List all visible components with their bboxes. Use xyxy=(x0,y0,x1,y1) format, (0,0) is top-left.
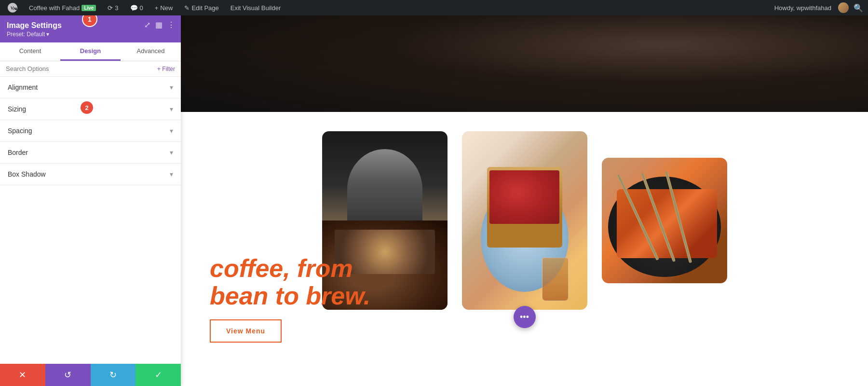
box-shadow-chevron-icon: ▾ xyxy=(170,170,173,178)
section-spacing-header[interactable]: Spacing ▾ xyxy=(0,120,181,141)
panel-tabs: Content Design Advanced xyxy=(0,42,181,61)
cancel-button[interactable]: ✕ xyxy=(0,364,45,386)
preset-chevron-icon: ▾ xyxy=(46,31,49,38)
skewer-food xyxy=(617,189,717,258)
edit-page-item[interactable]: ✎ Edit Page xyxy=(181,0,221,15)
tab-content[interactable]: Content xyxy=(0,42,60,61)
hero-background xyxy=(181,15,868,112)
new-label: New xyxy=(160,4,173,12)
panel-header: Image Settings Preset: Default ▾ 1 ⤢ ▦ ⋮ xyxy=(0,15,181,42)
section-box-shadow-title: Box Shadow xyxy=(8,170,46,178)
hero-text-line2: bean to brew. xyxy=(210,282,370,310)
section-spacing: Spacing ▾ xyxy=(0,120,181,142)
bottom-text-section: coffee, from bean to brew. View Menu xyxy=(210,255,370,343)
sizing-chevron-icon: ▾ xyxy=(170,105,173,113)
new-item[interactable]: + New xyxy=(152,0,176,15)
revisions-icon: ⟳ xyxy=(108,4,113,12)
cancel-icon: ✕ xyxy=(19,370,26,380)
pencil-icon: ✎ xyxy=(184,4,190,12)
comments-item[interactable]: 💬 0 xyxy=(127,0,146,15)
section-spacing-title: Spacing xyxy=(8,127,32,135)
hero-text: coffee, from bean to brew. xyxy=(210,255,370,310)
columns-icon[interactable]: ▦ xyxy=(154,20,163,30)
section-border: Border ▾ xyxy=(0,142,181,164)
edit-page-label: Edit Page xyxy=(191,4,218,12)
save-icon: ✓ xyxy=(155,370,162,380)
search-input[interactable] xyxy=(6,65,153,72)
revision-count: 3 xyxy=(115,4,118,12)
hero-text-line1: coffee, from xyxy=(210,255,370,282)
section-alignment-title: Alignment xyxy=(8,83,38,91)
coffee-grinder-top xyxy=(347,149,422,230)
exit-builder-label: Exit Visual Builder xyxy=(231,4,281,12)
wp-logo-item[interactable] xyxy=(5,0,20,15)
revisions-item[interactable]: ⟳ 3 xyxy=(105,0,121,15)
gallery-image-2 xyxy=(462,131,587,310)
border-chevron-icon: ▾ xyxy=(170,149,173,156)
tab-advanced[interactable]: Advanced xyxy=(121,42,181,61)
alignment-chevron-icon: ▾ xyxy=(170,83,173,91)
floating-dots-button[interactable]: ••• xyxy=(514,306,536,328)
page-content: coffee, from bean to brew. View Menu ••• xyxy=(181,15,868,386)
search-icon[interactable]: 🔍 xyxy=(854,3,863,13)
panel-search: + Filter xyxy=(0,61,181,77)
section-box-shadow: Box Shadow ▾ xyxy=(0,164,181,185)
filter-button[interactable]: + Filter xyxy=(157,66,175,72)
panel-sections: Alignment ▾ Sizing ▾ 2 Spacing ▾ xyxy=(0,77,181,364)
plus-icon: + xyxy=(155,4,159,12)
section-sizing: Sizing ▾ 2 xyxy=(0,98,181,120)
main-area: Image Settings Preset: Default ▾ 1 ⤢ ▦ ⋮… xyxy=(0,15,868,386)
section-alignment: Alignment ▾ xyxy=(0,77,181,98)
avatar xyxy=(838,2,849,13)
section-box-shadow-header[interactable]: Box Shadow ▾ xyxy=(0,164,181,185)
panel-preset[interactable]: Preset: Default ▾ xyxy=(7,31,174,38)
site-name-item[interactable]: Coffee with Fahad Live xyxy=(26,0,99,15)
comment-count: 0 xyxy=(140,4,143,12)
badge-2: 2 xyxy=(80,100,94,115)
section-border-title: Border xyxy=(8,149,28,156)
settings-panel: Image Settings Preset: Default ▾ 1 ⤢ ▦ ⋮… xyxy=(0,15,181,386)
redo-icon: ↻ xyxy=(109,370,117,380)
spacing-chevron-icon: ▾ xyxy=(170,127,173,135)
admin-bar: Coffee with Fahad Live ⟳ 3 💬 0 + New ✎ E… xyxy=(0,0,868,15)
view-menu-button[interactable]: View Menu xyxy=(210,319,282,343)
site-name: Coffee with Fahad xyxy=(29,4,80,12)
section-alignment-header[interactable]: Alignment ▾ xyxy=(0,77,181,98)
comment-icon: 💬 xyxy=(130,4,138,12)
howdy-text: Howdy, wpwithfahad xyxy=(774,4,831,12)
redo-button[interactable]: ↻ xyxy=(91,364,136,386)
section-border-header[interactable]: Border ▾ xyxy=(0,142,181,163)
gallery-image-3 xyxy=(602,158,727,283)
tab-design[interactable]: Design xyxy=(60,42,121,61)
expand-icon[interactable]: ⤢ xyxy=(143,20,151,30)
dots-icon: ••• xyxy=(520,312,529,322)
panel-header-actions: ⤢ ▦ ⋮ xyxy=(143,20,176,30)
section-sizing-title: Sizing xyxy=(8,105,26,113)
exit-builder-item[interactable]: Exit Visual Builder xyxy=(228,0,284,15)
panel-footer: ✕ ↺ ↻ ✓ xyxy=(0,364,181,386)
more-options-icon[interactable]: ⋮ xyxy=(166,20,176,30)
save-button[interactable]: ✓ xyxy=(136,364,181,386)
drink-glass xyxy=(542,258,569,301)
live-badge: Live xyxy=(81,5,96,11)
toast-jam xyxy=(489,170,560,224)
undo-icon: ↺ xyxy=(64,370,71,380)
undo-button[interactable]: ↺ xyxy=(45,364,91,386)
